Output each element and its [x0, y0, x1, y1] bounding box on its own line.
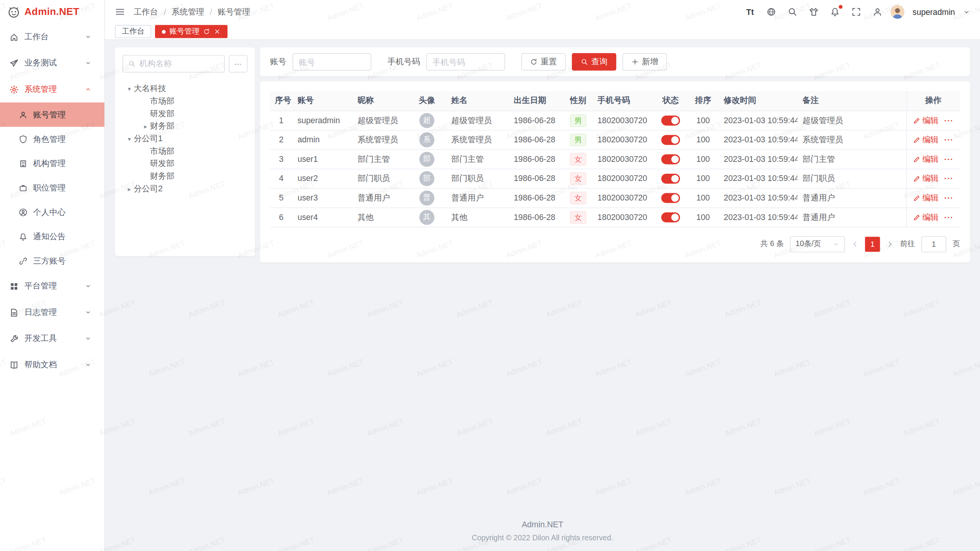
row-more-button[interactable]: ···: [944, 135, 954, 144]
sidebar: Admin.NET 工作台 业务测试 系统管理 账号管理 角色管理 机构管理 职…: [0, 0, 105, 551]
user-avatar[interactable]: [891, 5, 905, 19]
column-header[interactable]: 序号: [270, 91, 292, 111]
page-size-select[interactable]: 10条/页: [790, 236, 845, 252]
row-more-button[interactable]: ···: [944, 174, 954, 183]
profile-icon[interactable]: [872, 7, 882, 17]
status-toggle[interactable]: [661, 193, 680, 203]
edit-button[interactable]: 编辑: [913, 173, 939, 184]
user-menu-chevron-icon[interactable]: [963, 8, 970, 15]
tree-node[interactable]: 研发部: [122, 108, 248, 120]
sidebar-item-docs[interactable]: 帮助文档: [0, 352, 105, 378]
caret-down-icon[interactable]: ▾: [125, 85, 134, 92]
edit-button[interactable]: 编辑: [913, 134, 939, 145]
edit-button[interactable]: 编辑: [913, 153, 939, 165]
chevron-down-icon: [85, 283, 91, 289]
cell-operations: 编辑 ···: [906, 130, 960, 150]
tree-node[interactable]: 市场部: [122, 95, 248, 108]
sidebar-item-business-test[interactable]: 业务测试: [0, 50, 105, 77]
tree-node[interactable]: 研发部: [122, 157, 248, 170]
column-header[interactable]: 状态: [654, 91, 688, 111]
column-header[interactable]: 账号: [292, 91, 353, 111]
breadcrumb-item[interactable]: 账号管理: [218, 6, 250, 17]
tree-node[interactable]: ▸ 分公司2: [122, 183, 248, 195]
account-input[interactable]: [292, 53, 371, 71]
column-header[interactable]: 头像: [407, 91, 446, 111]
logo[interactable]: Admin.NET: [0, 0, 105, 24]
sidebar-item-personal[interactable]: 个人中心: [0, 200, 105, 224]
sidebar-item-devtools[interactable]: 开发工具: [0, 326, 105, 352]
tab-account[interactable]: 账号管理: [155, 25, 227, 38]
column-header[interactable]: 姓名: [446, 91, 509, 111]
row-more-button[interactable]: ···: [944, 213, 954, 222]
sidebar-item-position[interactable]: 职位管理: [0, 176, 105, 200]
cell-operations: 编辑 ···: [906, 111, 960, 130]
tree-node[interactable]: 市场部: [122, 145, 248, 158]
page-number-1[interactable]: 1: [865, 236, 880, 251]
column-header[interactable]: 修改时间: [719, 91, 798, 111]
status-toggle[interactable]: [661, 135, 680, 145]
tree-more-button[interactable]: ···: [229, 55, 248, 73]
edit-button[interactable]: 编辑: [913, 192, 939, 203]
sidebar-item-workbench[interactable]: 工作台: [0, 24, 105, 50]
status-toggle[interactable]: [661, 154, 680, 164]
column-header[interactable]: 备注: [797, 91, 906, 111]
tree-node-label: 财务部: [150, 121, 175, 132]
sidebar-item-system[interactable]: 系统管理: [0, 76, 105, 103]
goto-page-input[interactable]: [921, 236, 946, 252]
breadcrumb-item[interactable]: 工作台: [134, 6, 158, 17]
caret-right-icon[interactable]: ▸: [141, 123, 150, 130]
theme-icon[interactable]: [809, 7, 819, 17]
username[interactable]: superadmin: [913, 7, 955, 16]
phone-input[interactable]: [426, 53, 505, 71]
search-icon[interactable]: [787, 7, 797, 17]
sidebar-item-platform[interactable]: 平台管理: [0, 273, 105, 299]
tab-workbench[interactable]: 工作台: [115, 25, 151, 38]
cell-nickname: 其他: [353, 207, 408, 227]
sidebar-item-third-account[interactable]: 三方账号: [0, 249, 105, 273]
status-toggle[interactable]: [661, 116, 680, 126]
org-search-input[interactable]: 机构名称: [122, 55, 225, 73]
column-header[interactable]: 排序: [688, 91, 719, 111]
tree-node[interactable]: 财务部: [122, 170, 248, 183]
breadcrumb-item[interactable]: 系统管理: [172, 6, 204, 17]
fullscreen-icon[interactable]: [851, 7, 861, 17]
collapse-menu-icon[interactable]: [115, 7, 125, 17]
sidebar-item-role[interactable]: 角色管理: [0, 127, 105, 151]
tab-refresh-icon[interactable]: [203, 28, 210, 35]
row-more-button[interactable]: ···: [944, 155, 954, 163]
caret-right-icon[interactable]: ▸: [125, 185, 134, 192]
sidebar-item-account[interactable]: 账号管理: [0, 103, 105, 127]
column-header[interactable]: 昵称: [353, 91, 408, 111]
tree-node[interactable]: ▾ 分公司1: [122, 132, 248, 145]
goto-label: 前往: [900, 239, 915, 249]
column-header[interactable]: 性别: [564, 91, 593, 111]
reset-button[interactable]: 重置: [521, 53, 566, 71]
query-button[interactable]: 查询: [572, 53, 616, 71]
next-page-button[interactable]: [886, 240, 894, 248]
add-button[interactable]: 新增: [622, 53, 667, 71]
notification-icon[interactable]: [830, 7, 840, 17]
column-header[interactable]: 手机号码: [593, 91, 654, 111]
font-size-icon[interactable]: Tt: [745, 7, 755, 17]
breadcrumb-separator: /: [210, 7, 212, 16]
caret-down-icon[interactable]: ▾: [125, 135, 134, 142]
column-header[interactable]: 操作: [906, 91, 960, 111]
status-toggle[interactable]: [661, 174, 680, 184]
grid-icon: [9, 282, 18, 291]
edit-button[interactable]: 编辑: [913, 212, 939, 223]
cell-seq: 3: [270, 149, 292, 169]
sidebar-item-notice[interactable]: 通知公告: [0, 224, 105, 249]
locale-icon[interactable]: [766, 7, 776, 17]
column-header[interactable]: 出生日期: [509, 91, 564, 111]
sidebar-item-org[interactable]: 机构管理: [0, 151, 105, 176]
sidebar-item-log[interactable]: 日志管理: [0, 299, 105, 326]
tab-close-icon[interactable]: [214, 28, 220, 35]
prev-page-button[interactable]: [851, 240, 859, 248]
cell-nickname: 部门主管: [353, 149, 408, 169]
tree-node[interactable]: ▾ 大名科技: [122, 83, 248, 95]
edit-button[interactable]: 编辑: [913, 115, 939, 126]
tree-node[interactable]: ▸ 财务部: [122, 120, 248, 132]
status-toggle[interactable]: [661, 212, 680, 222]
row-more-button[interactable]: ···: [944, 193, 954, 202]
row-more-button[interactable]: ···: [944, 116, 954, 125]
